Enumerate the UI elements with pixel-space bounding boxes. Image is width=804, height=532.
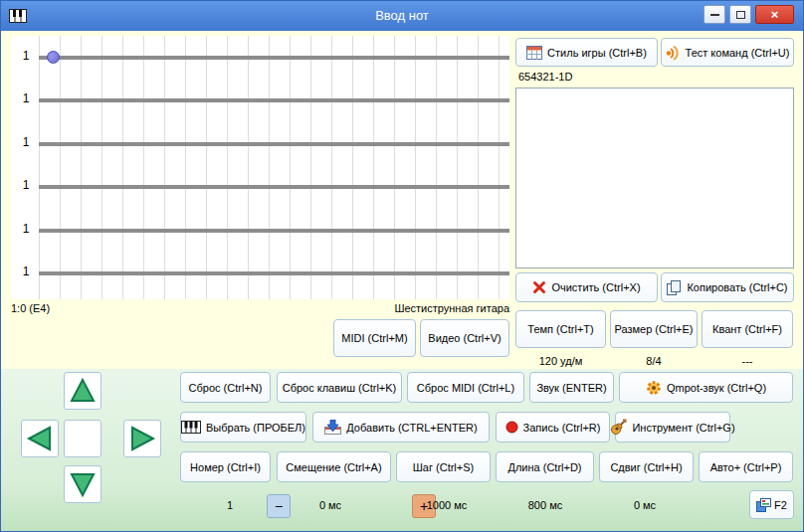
titlebar[interactable]: Ввод нот × bbox=[1, 1, 803, 31]
note-input-window: Ввод нот × 1 1 1 1 1 1 1:0 (E4) Шестистр… bbox=[0, 0, 804, 532]
step-button[interactable]: Шаг (Ctrl+S) bbox=[396, 451, 491, 482]
string-line[interactable] bbox=[39, 142, 509, 146]
string-line[interactable] bbox=[39, 185, 509, 189]
style-table-icon bbox=[526, 46, 542, 60]
copy-icon bbox=[667, 280, 682, 295]
minimize-button[interactable] bbox=[704, 5, 725, 24]
f2-button[interactable]: F2 bbox=[749, 490, 794, 519]
string-line[interactable] bbox=[39, 271, 509, 275]
string-label: 1 bbox=[17, 266, 35, 277]
shift-button[interactable]: Сдвиг (Ctrl+H) bbox=[599, 451, 694, 482]
string-line[interactable] bbox=[39, 98, 509, 102]
midi-button[interactable]: MIDI (Ctrl+M) bbox=[333, 319, 416, 357]
record-button[interactable]: Запись (Ctrl+R) bbox=[496, 412, 610, 443]
string-label: 1 bbox=[17, 223, 35, 235]
pad-center-cell[interactable] bbox=[64, 420, 101, 457]
auto-plus-button[interactable]: Авто+ (Ctrl+P) bbox=[699, 451, 793, 482]
ear-icon bbox=[666, 45, 681, 61]
gear-icon bbox=[646, 380, 662, 396]
move-right-button[interactable] bbox=[123, 420, 161, 457]
arrow-up-icon bbox=[69, 377, 97, 405]
string-line[interactable] bbox=[39, 229, 509, 233]
meter-value: 8/4 bbox=[610, 355, 698, 367]
instrument-button[interactable]: Инструмент (Ctrl+G) bbox=[615, 412, 730, 443]
add-button[interactable]: Добавить (CTRL+ENTER) bbox=[312, 412, 490, 443]
window-title: Ввод нот bbox=[1, 1, 803, 31]
clear-button[interactable]: Очистить (Ctrl+X) bbox=[515, 272, 658, 302]
close-button[interactable]: × bbox=[755, 5, 794, 24]
offset-button[interactable]: Смещение (Ctrl+A) bbox=[277, 451, 391, 482]
move-up-button[interactable] bbox=[64, 372, 101, 410]
tuning-label: 654321-1D bbox=[518, 71, 572, 83]
arrow-left-icon bbox=[26, 425, 54, 452]
maximize-button[interactable] bbox=[729, 5, 751, 24]
decrease-offset-button[interactable]: − bbox=[267, 494, 291, 518]
note-marker[interactable] bbox=[47, 51, 60, 64]
clear-x-icon bbox=[532, 280, 546, 294]
reset-button[interactable]: Сброс (Ctrl+N) bbox=[180, 372, 271, 403]
number-value: 1 bbox=[200, 493, 260, 518]
window-f2-icon bbox=[756, 498, 771, 512]
move-left-button[interactable] bbox=[21, 420, 59, 457]
minus-icon: − bbox=[275, 498, 283, 514]
arrow-down-icon bbox=[69, 470, 97, 498]
string-label: 1 bbox=[17, 179, 35, 191]
instrument-label: Шестиструнная гитара bbox=[394, 302, 509, 314]
step-value: 1000 мс bbox=[418, 493, 476, 518]
tempo-button[interactable]: Темп (Ctrl+T) bbox=[515, 310, 606, 348]
sound-button[interactable]: Звук (ENTER) bbox=[529, 372, 614, 403]
string-label: 1 bbox=[17, 92, 35, 104]
copy-button[interactable]: Копировать (Ctrl+C) bbox=[661, 272, 794, 302]
maximize-icon bbox=[736, 11, 745, 19]
close-icon: × bbox=[771, 6, 779, 23]
length-button[interactable]: Длина (Ctrl+D) bbox=[496, 451, 594, 482]
guitar-icon bbox=[610, 419, 627, 436]
test-commands-button[interactable]: Тест команд (Ctrl+U) bbox=[661, 38, 794, 67]
tempo-value: 120 уд/м bbox=[515, 355, 606, 367]
string-label: 1 bbox=[17, 136, 35, 148]
video-button[interactable]: Видео (Ctrl+V) bbox=[420, 319, 509, 357]
insert-arrow-icon bbox=[324, 420, 341, 435]
quant-value: --- bbox=[702, 355, 793, 367]
offset-value: 0 мс bbox=[301, 493, 360, 518]
number-button[interactable]: Номер (Ctrl+I) bbox=[180, 451, 271, 482]
string-line[interactable] bbox=[39, 56, 509, 60]
arrow-right-icon bbox=[128, 425, 156, 452]
fret-gridlines bbox=[39, 36, 509, 299]
position-label: 1:0 (E4) bbox=[11, 302, 50, 314]
meter-button[interactable]: Размер (Ctrl+E) bbox=[610, 310, 698, 348]
length-value: 800 мс bbox=[515, 493, 575, 518]
quant-button[interactable]: Квант (Ctrl+F) bbox=[702, 310, 793, 348]
notes-list[interactable] bbox=[515, 88, 794, 268]
piano-keys-icon bbox=[181, 421, 201, 434]
move-down-button[interactable] bbox=[64, 465, 101, 503]
qmpot-sound-button[interactable]: Qmpot-звук (Ctrl+Q) bbox=[619, 372, 793, 403]
record-dot-icon bbox=[505, 421, 518, 434]
play-style-button[interactable]: Стиль игры (Ctrl+B) bbox=[515, 38, 658, 67]
shift-value: 0 мс bbox=[615, 493, 675, 518]
reset-midi-button[interactable]: Сброс MIDI (Ctrl+L) bbox=[407, 372, 524, 403]
string-label: 1 bbox=[17, 50, 35, 62]
minimize-icon bbox=[710, 14, 719, 16]
fretboard-grid[interactable]: 1 1 1 1 1 1 bbox=[11, 36, 509, 299]
select-button[interactable]: Выбрать (ПРОБЕЛ) bbox=[180, 412, 306, 443]
reset-keys-button[interactable]: Сброс клавиш (Ctrl+K) bbox=[277, 372, 402, 403]
